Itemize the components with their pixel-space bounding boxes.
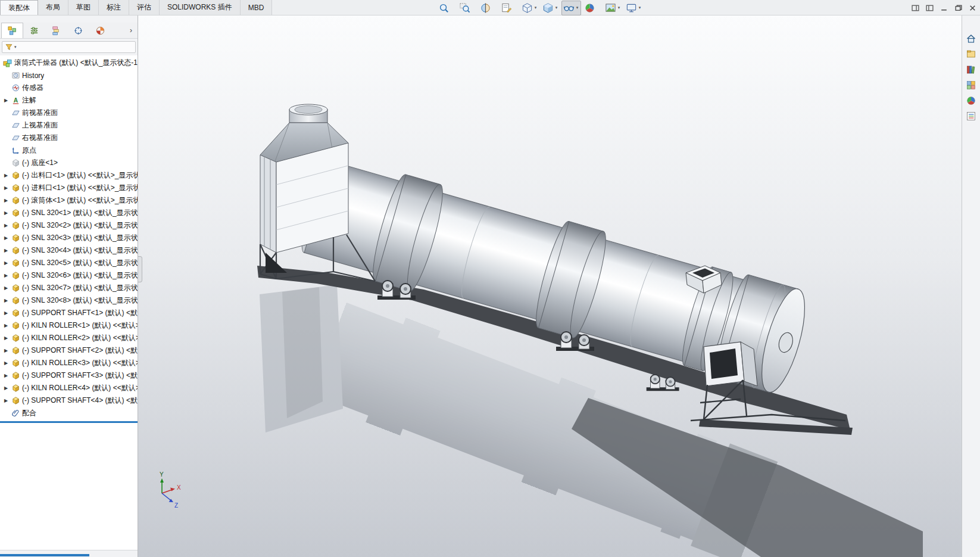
dropdown-arrow-icon[interactable]: ▾ — [617, 5, 621, 10]
expand-arrow-icon[interactable]: ▶ — [2, 298, 10, 303]
solidworks-resources-icon[interactable] — [964, 48, 978, 61]
expand-arrow-icon[interactable]: ▶ — [2, 398, 10, 403]
tree-item[interactable]: ▶ (-) SNL 320<8> (默认) <默认_显示状态-1> — [0, 294, 138, 307]
dropdown-arrow-icon[interactable]: ▾ — [575, 5, 579, 10]
scrollbar-thumb[interactable] — [0, 554, 89, 556]
tree-item-icon — [11, 246, 20, 255]
zoom-fit-button[interactable] — [436, 1, 456, 15]
dropdown-arrow-icon[interactable]: ▾ — [554, 5, 558, 10]
tree-item[interactable]: 配合 — [0, 407, 138, 419]
home-icon[interactable] — [964, 32, 978, 45]
tree-item[interactable]: ▶ (-) KILN ROLLER<1> (默认) <<默认>_显示状态-1> — [0, 319, 138, 332]
tree-item[interactable]: ▶ (-) 进料口<1> (默认) <<默认>_显示状态-1> — [0, 182, 138, 194]
view-settings-button[interactable]: ▾ — [624, 1, 644, 15]
tree-item[interactable]: 右视基准面 — [0, 132, 138, 144]
tree-item-label: (-) KILN ROLLER<3> (默认) <<默认>_显示状态-1> — [22, 358, 138, 368]
tree-item[interactable]: ▶ (-) SNL 320<6> (默认) <默认_显示状态-1> — [0, 269, 138, 282]
expand-arrow-icon[interactable]: ▶ — [2, 310, 10, 316]
tree-item[interactable]: ▶ (-) SUPPORT SHAFT<3> (默认) <默认_显示状态-1> — [0, 369, 138, 382]
tree-item[interactable]: 传感器 — [0, 82, 138, 94]
tree-item-icon — [11, 346, 20, 355]
expand-arrow-icon[interactable]: ▶ — [2, 248, 10, 253]
tree-item[interactable]: ▶ (-) SNL 320<2> (默认) <默认_显示状态-1> — [0, 219, 138, 232]
tree-item[interactable]: ▶ 注解 — [0, 94, 138, 107]
tree-item[interactable]: ▶ (-) SNL 320<1> (默认) <默认_显示状态-1> — [0, 207, 138, 219]
custom-properties-icon[interactable] — [964, 110, 978, 123]
toggle-right-pane-icon[interactable] — [926, 4, 934, 12]
dropdown-arrow-icon[interactable]: ▾ — [638, 5, 642, 10]
expand-arrow-icon[interactable]: ▶ — [2, 335, 10, 341]
expand-arrow-icon[interactable]: ▶ — [2, 348, 10, 353]
tab-annotation[interactable]: 标注 — [99, 0, 129, 15]
viewport-canvas[interactable]: Y X Z — [138, 15, 962, 557]
tab-mbd[interactable]: MBD — [241, 0, 273, 15]
tree-item[interactable]: History — [0, 69, 138, 82]
close-button[interactable] — [969, 4, 976, 12]
tree-filter[interactable]: ▾ — [2, 41, 136, 53]
tree-item[interactable]: ▶ (-) 出料口<1> (默认) <<默认>_显示状态-1> — [0, 169, 138, 182]
tree-root-item[interactable]: 滚筒式干燥器 (默认) <默认_显示状态-1> — [0, 57, 138, 69]
appearances-icon[interactable] — [964, 94, 978, 107]
panel-scrollbar[interactable] — [0, 550, 138, 557]
tree-item[interactable]: ▶ (-) 滚筒体<1> (默认) <<默认>_显示状态-1> — [0, 194, 138, 207]
tree-item[interactable]: (-) 底座<1> — [0, 157, 138, 169]
tree-item-label: (-) SUPPORT SHAFT<1> (默认) <默认_显示状态-1> — [22, 308, 138, 318]
configurationmanager-tab[interactable] — [45, 23, 67, 38]
expand-arrow-icon[interactable]: ▶ — [2, 173, 10, 178]
featuremanager-tab[interactable] — [1, 23, 23, 38]
tree-item[interactable]: ▶ (-) SNL 320<3> (默认) <默认_显示状态-1> — [0, 232, 138, 244]
view-orientation-button[interactable]: ▾ — [520, 1, 539, 15]
panel-expand-button[interactable]: › — [126, 23, 136, 38]
tree-item[interactable]: ▶ (-) SNL 320<5> (默认) <默认_显示状态-1> — [0, 257, 138, 269]
expand-arrow-icon[interactable]: ▶ — [2, 285, 10, 291]
minimize-button[interactable] — [940, 4, 948, 12]
dropdown-arrow-icon[interactable]: ▾ — [533, 5, 538, 10]
expand-arrow-icon[interactable]: ▶ — [2, 385, 10, 391]
tree-item[interactable]: ▶ (-) KILN ROLLER<4> (默认) <<默认>_显示状态-1> — [0, 382, 138, 394]
displaymanager-tab[interactable] — [89, 23, 111, 38]
tree-item[interactable]: ▶ (-) SNL 320<7> (默认) <默认_显示状态-1> — [0, 282, 138, 294]
tree-item[interactable]: ▶ (-) KILN ROLLER<2> (默认) <<默认>_显示状态-1> — [0, 332, 138, 344]
dimxpertmanager-tab[interactable] — [67, 23, 89, 38]
section-view-button[interactable] — [478, 1, 498, 15]
expand-arrow-icon[interactable]: ▶ — [2, 360, 10, 366]
tree-item[interactable]: 上视基准面 — [0, 119, 138, 132]
filter-dropdown-icon[interactable]: ▾ — [14, 45, 17, 49]
tree-item[interactable]: ▶ (-) KILN ROLLER<3> (默认) <<默认>_显示状态-1> — [0, 357, 138, 369]
panel-splitter[interactable] — [138, 256, 142, 282]
propertymanager-tab[interactable] — [23, 23, 45, 38]
design-library-icon[interactable] — [964, 63, 978, 76]
tree-item[interactable]: ▶ (-) SUPPORT SHAFT<2> (默认) <默认_显示状态-1> — [0, 344, 138, 357]
edit-appearance-button[interactable] — [582, 1, 602, 15]
annotation-view-button[interactable] — [499, 1, 519, 15]
expand-arrow-icon[interactable]: ▶ — [2, 185, 10, 191]
toggle-left-pane-icon[interactable] — [912, 4, 919, 12]
tree-item[interactable]: 前视基准面 — [0, 107, 138, 119]
expand-arrow-icon[interactable]: ▶ — [2, 210, 10, 216]
display-style-button[interactable]: ▾ — [541, 1, 560, 15]
hide-show-items-button[interactable]: ▾ — [561, 1, 581, 15]
expand-arrow-icon[interactable]: ▶ — [2, 98, 10, 103]
tab-layout[interactable]: 布局 — [38, 0, 68, 15]
zoom-area-button[interactable] — [457, 1, 477, 15]
tree-item-label: (-) SNL 320<7> (默认) <默认_显示状态-1> — [22, 283, 138, 293]
expand-arrow-icon[interactable]: ▶ — [2, 273, 10, 278]
expand-arrow-icon[interactable]: ▶ — [2, 373, 10, 378]
view-palette-icon[interactable] — [964, 79, 978, 92]
graphics-area[interactable]: Y X Z — [138, 15, 962, 557]
restore-button[interactable] — [954, 4, 962, 12]
tab-evaluate[interactable]: 评估 — [129, 0, 160, 15]
expand-arrow-icon[interactable]: ▶ — [2, 235, 10, 241]
tree-item[interactable]: ▶ (-) SUPPORT SHAFT<1> (默认) <默认_显示状态-1> — [0, 307, 138, 319]
tab-assembly[interactable]: 装配体 — [0, 0, 38, 15]
expand-arrow-icon[interactable]: ▶ — [2, 198, 10, 203]
tree-item[interactable]: ▶ (-) SUPPORT SHAFT<4> (默认) <默认_显示状态-1> — [0, 394, 138, 407]
tab-solidworks-addins[interactable]: SOLIDWORKS 插件 — [160, 0, 241, 15]
tree-item[interactable]: ▶ (-) SNL 320<4> (默认) <默认_显示状态-1> — [0, 244, 138, 257]
tree-item[interactable]: 原点 — [0, 144, 138, 157]
apply-scene-button[interactable]: ▾ — [603, 1, 623, 15]
tab-sketch[interactable]: 草图 — [68, 0, 99, 15]
expand-arrow-icon[interactable]: ▶ — [2, 260, 10, 266]
expand-arrow-icon[interactable]: ▶ — [2, 323, 10, 328]
expand-arrow-icon[interactable]: ▶ — [2, 223, 10, 228]
